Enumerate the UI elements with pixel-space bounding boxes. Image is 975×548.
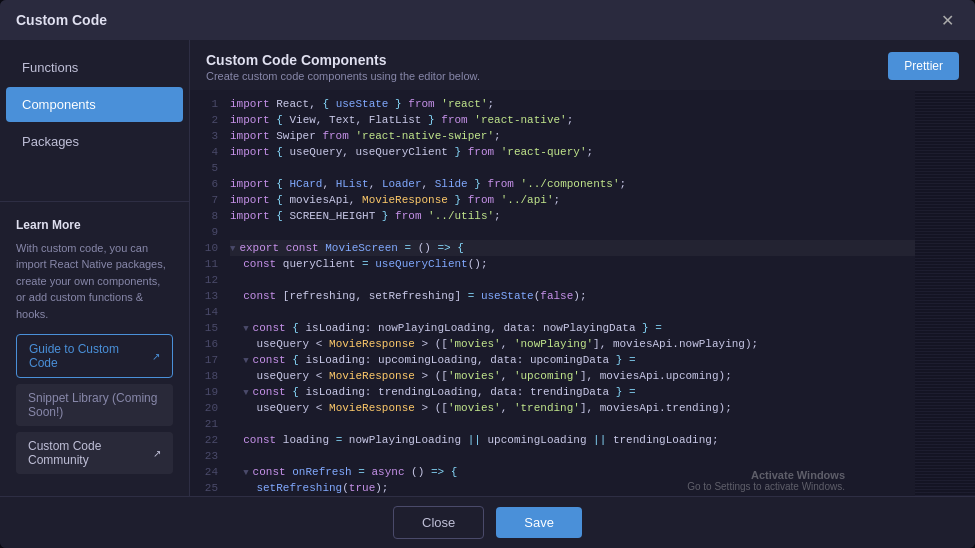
sidebar: Functions Components Packages Learn More… [0, 40, 190, 496]
code-line-20: useQuery < MovieResponse > (['movies', '… [230, 400, 915, 416]
close-button[interactable]: Close [393, 506, 484, 539]
code-line-17: ▼const { isLoading: upcomingLoading, dat… [230, 352, 915, 368]
sidebar-learn-more: Learn More With custom code, you can imp… [0, 201, 189, 497]
code-line-3: import Swiper from 'react-native-swiper'… [230, 128, 915, 144]
code-editor[interactable]: 1 2 3 4 5 6 7 8 9 10 11 12 13 14 [190, 90, 975, 496]
content-subtitle: Create custom code components using the … [206, 70, 480, 82]
main-content: Custom Code Components Create custom cod… [190, 40, 975, 496]
code-line-25: setRefreshing(true); [230, 480, 915, 496]
code-line-18: useQuery < MovieResponse > (['movies', '… [230, 368, 915, 384]
modal-title: Custom Code [16, 12, 107, 28]
guide-button[interactable]: Guide to Custom Code ↗ [16, 334, 173, 378]
modal-footer: Close Save [0, 496, 975, 548]
modal-header: Custom Code ✕ [0, 0, 975, 40]
code-line-21 [230, 416, 915, 432]
content-header: Custom Code Components Create custom cod… [190, 40, 975, 90]
code-line-8: import { SCREEN_HEIGHT } from '../utils'… [230, 208, 915, 224]
modal-body: Functions Components Packages Learn More… [0, 40, 975, 496]
learn-more-text: With custom code, you can import React N… [16, 240, 173, 323]
community-button[interactable]: Custom Code Community ↗ [16, 432, 173, 474]
content-header-text: Custom Code Components Create custom cod… [206, 52, 480, 82]
modal: Custom Code ✕ Functions Components Packa… [0, 0, 975, 548]
minimap-content [915, 90, 975, 496]
code-line-10: ▼export const MovieScreen = () => { [230, 240, 915, 256]
sidebar-item-components[interactable]: Components [6, 87, 183, 122]
external-link-icon: ↗ [152, 351, 160, 362]
close-icon[interactable]: ✕ [935, 8, 959, 32]
content-title: Custom Code Components [206, 52, 480, 68]
code-line-11: const queryClient = useQueryClient(); [230, 256, 915, 272]
code-line-24: ▼const onRefresh = async () => { [230, 464, 915, 480]
code-line-16: useQuery < MovieResponse > (['movies', '… [230, 336, 915, 352]
code-line-9 [230, 224, 915, 240]
code-line-2: import { View, Text, FlatList } from 're… [230, 112, 915, 128]
save-button[interactable]: Save [496, 507, 582, 538]
code-area[interactable]: import React, { useState } from 'react';… [226, 90, 915, 496]
code-line-5 [230, 160, 915, 176]
code-line-15: ▼const { isLoading: nowPlayingLoading, d… [230, 320, 915, 336]
sidebar-item-packages[interactable]: Packages [6, 124, 183, 159]
minimap [915, 90, 975, 496]
sidebar-nav: Functions Components Packages [0, 40, 189, 201]
code-line-19: ▼const { isLoading: trendingLoading, dat… [230, 384, 915, 400]
line-numbers: 1 2 3 4 5 6 7 8 9 10 11 12 13 14 [190, 90, 226, 496]
snippet-library-button[interactable]: Snippet Library (Coming Soon!) [16, 384, 173, 426]
external-link-icon-2: ↗ [153, 448, 161, 459]
code-line-14 [230, 304, 915, 320]
code-line-23 [230, 448, 915, 464]
code-line-4: import { useQuery, useQueryClient } from… [230, 144, 915, 160]
code-line-12 [230, 272, 915, 288]
sidebar-item-functions[interactable]: Functions [6, 50, 183, 85]
code-line-1: import React, { useState } from 'react'; [230, 96, 915, 112]
prettier-button[interactable]: Prettier [888, 52, 959, 80]
modal-overlay: Custom Code ✕ Functions Components Packa… [0, 0, 975, 548]
code-line-22: const loading = nowPlayingLoading || upc… [230, 432, 915, 448]
learn-more-title: Learn More [16, 218, 173, 232]
code-line-6: import { HCard, HList, Loader, Slide } f… [230, 176, 915, 192]
code-line-13: const [refreshing, setRefreshing] = useS… [230, 288, 915, 304]
code-line-7: import { moviesApi, MovieResponse } from… [230, 192, 915, 208]
